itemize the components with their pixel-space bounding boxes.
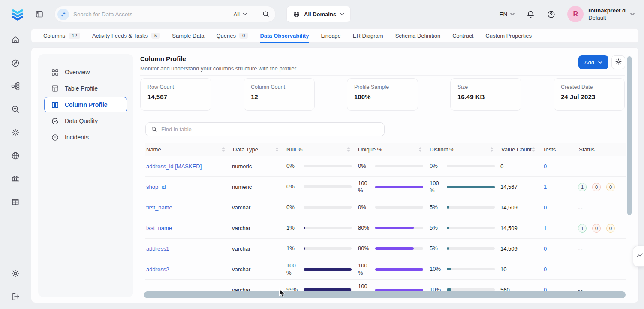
tab-schema-definition[interactable]: Schema Definition — [395, 29, 441, 42]
status-success-badge[interactable]: 1 — [578, 224, 587, 233]
column-header-label: Value Count — [501, 146, 532, 153]
add-button[interactable]: Add — [578, 55, 608, 69]
table-row: address_id [MASKED]numeric0%0%0%00-- — [145, 156, 626, 176]
column-name-link[interactable]: address_id [MASKED] — [145, 163, 202, 170]
card-value: 24 Jul 2023 — [561, 93, 617, 100]
tab-data-observability[interactable]: Data Observability — [260, 29, 309, 42]
observability-icon[interactable] — [11, 105, 20, 114]
column-header-null[interactable]: Null % — [286, 146, 357, 153]
status-cell: -- — [578, 266, 626, 273]
notifications-bell-icon[interactable] — [526, 10, 535, 19]
table-row: last_namevarchar1%80%5%14,5091100 — [145, 218, 626, 238]
tests-link[interactable]: 1 — [542, 225, 547, 231]
status-aborted-badge[interactable]: 0 — [592, 224, 601, 233]
settings-icon[interactable] — [11, 269, 20, 278]
status-success-badge[interactable]: 1 — [578, 183, 587, 191]
tab-sample-data[interactable]: Sample Data — [172, 29, 204, 42]
sidebar-item-column-profile[interactable]: Column Profile — [44, 97, 127, 112]
domains-icon[interactable] — [11, 151, 20, 161]
tab-custom-properties[interactable]: Custom Properties — [485, 29, 532, 42]
distinct-percent-value: 0% — [429, 163, 445, 170]
govern-icon[interactable] — [11, 174, 20, 184]
column-header-unique[interactable]: Unique % — [357, 146, 429, 153]
profiler-settings-button[interactable] — [611, 55, 625, 69]
status-badges: 100 — [578, 183, 615, 191]
name-cell: address1 — [145, 245, 232, 252]
explore-icon[interactable] — [11, 58, 20, 68]
data-type-cell: numeric — [232, 163, 286, 170]
search-scope-dropdown[interactable]: All — [234, 11, 247, 18]
tab-er-diagram[interactable]: ER Diagram — [353, 29, 383, 42]
tab-columns[interactable]: Columns12 — [43, 29, 80, 42]
profiler-chart-toggle-button[interactable] — [633, 246, 644, 267]
logout-icon[interactable] — [11, 292, 20, 301]
lineage-icon[interactable] — [11, 82, 20, 91]
unique-percent-value: 80% — [357, 224, 373, 232]
sort-icon[interactable] — [532, 147, 535, 152]
topbar-right: EN R rounak — [500, 6, 635, 22]
column-header-distinct[interactable]: Distinct % — [429, 146, 500, 153]
status-aborted-badge[interactable]: 0 — [592, 183, 601, 191]
tab-label: Custom Properties — [485, 33, 532, 39]
tab-contract[interactable]: Contract — [452, 29, 473, 42]
column-name-link[interactable]: address2 — [145, 266, 169, 273]
tab-activity-feeds-tasks[interactable]: Activity Feeds & Tasks5 — [92, 29, 160, 42]
ai-sparkle-icon[interactable] — [57, 9, 69, 20]
column-header-label: Tests — [543, 146, 556, 153]
sidebar-item-overview[interactable]: Overview — [44, 64, 127, 80]
sidebar-item-table-profile[interactable]: Table Profile — [44, 81, 127, 96]
find-in-table[interactable] — [145, 122, 385, 136]
horizontal-scrollbar[interactable] — [144, 291, 626, 298]
column-header-tests: Tests — [542, 146, 578, 153]
tab-label: Columns — [43, 33, 65, 39]
user-menu[interactable]: R rounakpreet.d Default — [567, 6, 635, 22]
help-icon[interactable] — [547, 10, 556, 19]
tab-label: Schema Definition — [395, 33, 441, 39]
status-failed-badge[interactable]: 0 — [606, 224, 615, 233]
tests-link[interactable]: 1 — [542, 184, 547, 190]
tests-link[interactable]: 0 — [542, 204, 547, 211]
sort-icon[interactable] — [490, 147, 494, 152]
language-dropdown[interactable]: EN — [500, 11, 515, 18]
value-count-cell: 14,509 — [500, 225, 542, 231]
tab-queries[interactable]: Queries0 — [216, 29, 248, 42]
column-header-name[interactable]: Name — [145, 146, 232, 153]
find-in-table-input[interactable] — [161, 126, 379, 133]
insights-icon[interactable] — [11, 128, 20, 137]
null-percent-bar — [304, 247, 352, 250]
column-name-link[interactable]: last_name — [145, 225, 172, 231]
unique-percent-value: 0% — [357, 204, 373, 211]
page-title: Column Profile — [140, 55, 186, 62]
status-badges: 100 — [578, 224, 615, 233]
sidebar-toggle-icon[interactable] — [35, 10, 44, 18]
domains-dropdown[interactable]: All Domains — [286, 6, 351, 22]
column-header-data-type[interactable]: Data Type — [232, 146, 286, 153]
column-name-link[interactable]: first_name — [145, 204, 172, 211]
status-failed-badge[interactable]: 0 — [606, 183, 615, 191]
sort-icon[interactable] — [275, 147, 279, 152]
table-row: first_namevarchar0%0%5%14,5090-- — [145, 197, 626, 218]
search-input[interactable] — [73, 11, 229, 18]
sort-icon[interactable] — [418, 147, 422, 152]
vertical-scrollbar[interactable] — [627, 56, 632, 215]
tab-lineage[interactable]: Lineage — [321, 29, 341, 42]
column-profile-icon — [51, 101, 59, 109]
column-profile-table: NameData TypeNull %Unique %Distinct %Val… — [145, 143, 626, 300]
distinct-percent-cell: 0% — [429, 163, 500, 170]
search-icon[interactable] — [262, 10, 270, 18]
column-name-link[interactable]: address1 — [145, 245, 169, 252]
glossary-icon[interactable] — [11, 197, 20, 207]
sidebar-item-data-quality[interactable]: Data Quality — [44, 113, 127, 129]
tests-link[interactable]: 0 — [542, 266, 547, 273]
sidebar-item-incidents[interactable]: Incidents — [44, 130, 127, 145]
home-icon[interactable] — [11, 35, 20, 45]
column-header-value-count[interactable]: Value Count — [500, 146, 542, 153]
tests-link[interactable]: 0 — [542, 163, 547, 170]
global-search[interactable]: All — [54, 6, 276, 22]
sort-icon[interactable] — [222, 147, 225, 152]
app-logo-icon[interactable] — [9, 6, 26, 22]
column-name-link[interactable]: shop_id — [145, 184, 166, 190]
tab-label: Data Observability — [260, 33, 309, 39]
tests-link[interactable]: 0 — [542, 245, 547, 252]
sort-icon[interactable] — [347, 147, 350, 152]
